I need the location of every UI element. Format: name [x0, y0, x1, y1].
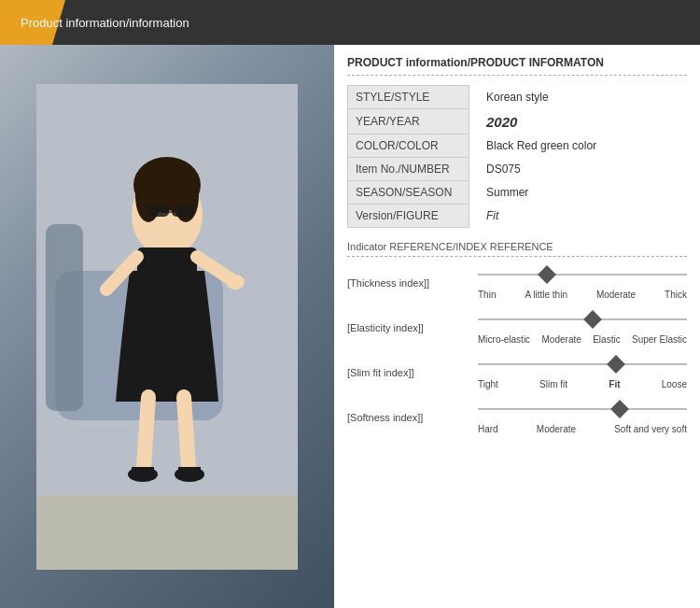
nav-text: Product information/information: [21, 16, 189, 30]
slim-track: [478, 363, 687, 365]
softness-row: [Softness index]] Hard Moderate Soft and…: [347, 401, 687, 434]
spec-row-color: COLOR/COLOR Black Red green color: [348, 134, 687, 158]
thickness-label-thick: Thick: [665, 290, 687, 300]
nav-bar: Product information/information: [0, 0, 700, 45]
slim-labels: Tight Slim fit Fit Loose: [478, 379, 687, 389]
spec-table: STYLE/STYLE Korean style YEAR/YEAR 2020 …: [347, 85, 687, 228]
thickness-label-alittlethin: A little thin: [525, 290, 567, 300]
slim-label-loose: Loose: [662, 379, 687, 389]
version-label: Version/FIGURE: [348, 205, 469, 228]
thickness-label-moderate: Moderate: [596, 290, 636, 300]
softness-slider: Hard Moderate Soft and very soft: [478, 401, 687, 434]
slim-slider: Tight Slim fit Fit Loose: [478, 356, 687, 389]
softness-label-hard: Hard: [478, 424, 498, 434]
elasticity-row: [Elasticity index]] Micro-elastic Modera…: [347, 311, 687, 345]
svg-rect-9: [172, 205, 194, 217]
item-label: Item No./NUMBER: [348, 158, 469, 181]
thickness-label: [Thickness index]]: [347, 277, 478, 289]
softness-diamond: [610, 400, 629, 418]
slim-label: [Slim fit index]]: [347, 367, 478, 378]
product-illustration: [36, 84, 298, 570]
spec-row-season: SEASON/SEASON Summer: [348, 181, 687, 205]
season-label: SEASON/SEASON: [348, 181, 469, 205]
slim-row: [Slim fit index]] Tight Slim fit Fit Loo…: [347, 356, 687, 389]
svg-point-14: [226, 275, 245, 290]
elasticity-label-moderate: Moderate: [542, 334, 581, 345]
svg-line-15: [144, 397, 148, 467]
main-content: PRODUCT information/PRODUCT INFORMATON S…: [0, 45, 700, 608]
thickness-label-thin: Thin: [478, 290, 496, 300]
year-label: YEAR/YEAR: [348, 109, 469, 134]
slim-label-fit: Fit: [609, 379, 620, 389]
thickness-diamond: [538, 265, 556, 284]
elasticity-slider: Micro-elastic Moderate Elastic Super Ela…: [478, 311, 687, 345]
softness-track: [478, 408, 687, 410]
svg-rect-8: [147, 205, 169, 217]
season-value: Summer: [469, 181, 687, 205]
spec-row-item: Item No./NUMBER DS075: [348, 158, 687, 181]
softness-label-moderate: Moderate: [537, 424, 576, 434]
elasticity-label-elastic: Elastic: [593, 334, 620, 345]
svg-rect-3: [36, 495, 298, 570]
elasticity-diamond: [583, 310, 602, 329]
product-title: PRODUCT information/PRODUCT INFORMATON: [347, 56, 687, 76]
info-area: PRODUCT information/PRODUCT INFORMATON S…: [334, 45, 700, 608]
spec-row-style: STYLE/STYLE Korean style: [348, 86, 687, 109]
slim-label-slimfit: Slim fit: [539, 379, 567, 389]
spec-row-year: YEAR/YEAR 2020: [348, 109, 687, 134]
slim-diamond: [607, 355, 625, 374]
thickness-row: [Thickness index]] Thin A little thin Mo…: [347, 266, 687, 300]
version-value: Fit: [469, 205, 687, 228]
color-label: COLOR/COLOR: [348, 134, 469, 158]
svg-rect-2: [46, 224, 83, 411]
thickness-labels: Thin A little thin Moderate Thick: [478, 290, 687, 300]
indicator-title: Indicator REFERENCE/INDEX REFERENCE: [347, 241, 687, 257]
softness-labels: Hard Moderate Soft and very soft: [478, 424, 687, 434]
slim-label-tight: Tight: [478, 379, 498, 389]
style-value: Korean style: [469, 86, 687, 109]
softness-label-soft: Soft and very soft: [614, 424, 687, 434]
elasticity-label-super: Super Elastic: [632, 334, 687, 345]
image-area: [0, 45, 334, 608]
style-label: STYLE/STYLE: [348, 86, 469, 109]
svg-line-16: [184, 397, 189, 467]
elasticity-label: [Elasticity index]]: [347, 322, 478, 333]
thickness-slider: Thin A little thin Moderate Thick: [478, 266, 687, 300]
year-value: 2020: [469, 109, 687, 134]
spec-row-version: Version/FIGURE Fit: [348, 205, 687, 228]
elasticity-labels: Micro-elastic Moderate Elastic Super Ela…: [478, 334, 687, 345]
color-value: Black Red green color: [469, 134, 687, 158]
softness-label: [Softness index]]: [347, 412, 478, 423]
product-image: [0, 45, 334, 608]
elasticity-label-micro: Micro-elastic: [478, 334, 530, 345]
item-value: DS075: [469, 158, 687, 181]
thickness-track: [478, 274, 687, 276]
